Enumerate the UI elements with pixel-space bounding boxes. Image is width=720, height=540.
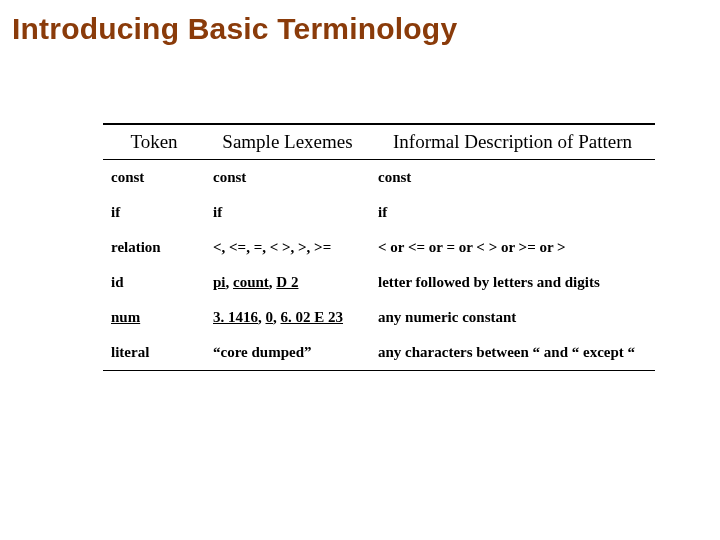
terminology-table-wrap: Token Sample Lexemes Informal Descriptio… — [103, 123, 655, 371]
slide: Introducing Basic Terminology Token Samp… — [0, 0, 720, 540]
terminology-table: Token Sample Lexemes Informal Descriptio… — [103, 123, 655, 371]
cell-token: id — [103, 265, 205, 300]
cell-desc: < or <= or = or < > or >= or > — [370, 230, 655, 265]
lexeme-underline: 3. 1416 — [213, 309, 258, 325]
slide-title: Introducing Basic Terminology — [12, 12, 457, 46]
lexeme-sep: , — [258, 309, 266, 325]
cell-lexemes: const — [205, 160, 370, 196]
cell-desc: letter followed by letters and digits — [370, 265, 655, 300]
cell-token: relation — [103, 230, 205, 265]
cell-lexemes: “core dumped” — [205, 335, 370, 371]
cell-token-num: num — [103, 300, 205, 335]
cell-desc: if — [370, 195, 655, 230]
lexeme-sep: , — [273, 309, 281, 325]
lexeme-underline: 6. 02 E 23 — [281, 309, 344, 325]
header-lexemes: Sample Lexemes — [205, 124, 370, 160]
cell-desc: any numeric constant — [370, 300, 655, 335]
lexeme-underline: D 2 — [276, 274, 298, 290]
cell-lexemes: <, <=, =, < >, >, >= — [205, 230, 370, 265]
lexeme-underline: 0 — [266, 309, 274, 325]
table-row: relation <, <=, =, < >, >, >= < or <= or… — [103, 230, 655, 265]
cell-lexemes-id: pi, count, D 2 — [205, 265, 370, 300]
cell-lexemes: if — [205, 195, 370, 230]
lexeme-underline: count — [233, 274, 269, 290]
table-row: num 3. 1416, 0, 6. 02 E 23 any numeric c… — [103, 300, 655, 335]
cell-desc: const — [370, 160, 655, 196]
cell-token: const — [103, 160, 205, 196]
table-row: id pi, count, D 2 letter followed by let… — [103, 265, 655, 300]
table-row: if if if — [103, 195, 655, 230]
cell-desc: any characters between “ and “ except “ — [370, 335, 655, 371]
cell-token: literal — [103, 335, 205, 371]
token-underline: num — [111, 309, 140, 325]
cell-token: if — [103, 195, 205, 230]
table-row: literal “core dumped” any characters bet… — [103, 335, 655, 371]
lexeme-underline: pi — [213, 274, 226, 290]
lexeme-sep: , — [226, 274, 234, 290]
cell-lexemes-num: 3. 1416, 0, 6. 02 E 23 — [205, 300, 370, 335]
table-header-row: Token Sample Lexemes Informal Descriptio… — [103, 124, 655, 160]
header-desc: Informal Description of Pattern — [370, 124, 655, 160]
table-row: const const const — [103, 160, 655, 196]
header-token: Token — [103, 124, 205, 160]
